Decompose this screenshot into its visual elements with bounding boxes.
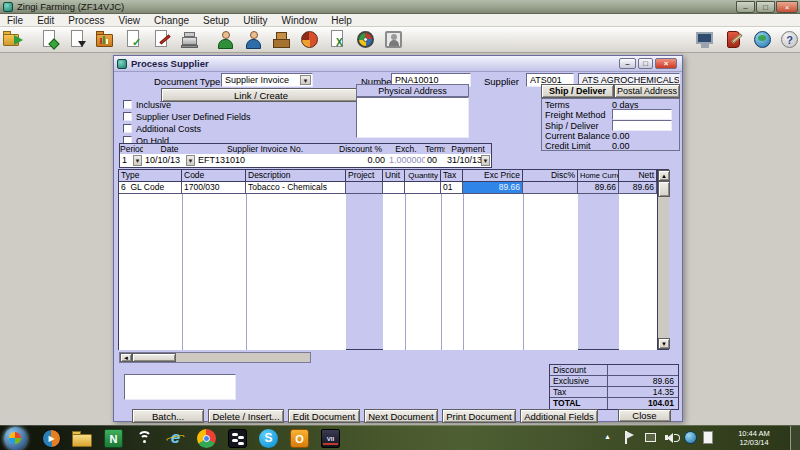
menu-utility[interactable]: Utility [236, 15, 274, 26]
row1-unit[interactable] [383, 182, 405, 194]
date-dropdown-icon[interactable]: ▼ [186, 155, 195, 166]
supplier-green-icon[interactable] [214, 29, 238, 51]
excel-report-icon[interactable]: X [326, 29, 350, 51]
tax-total-value: 14.35 [608, 387, 678, 397]
dialog-close-button[interactable]: × [655, 58, 677, 69]
table-body-white-mid[interactable] [383, 194, 578, 350]
link-create-button[interactable]: Link / Create [161, 88, 361, 102]
close-button[interactable]: × [776, 1, 798, 13]
tray-network-icon[interactable] [684, 431, 697, 444]
invoice-no-field[interactable]: EFT131010 [196, 154, 335, 168]
additional-costs-checkbox[interactable] [123, 124, 132, 133]
row1-type[interactable]: 6 GL Code [119, 182, 182, 194]
batch-button[interactable]: Batch... [132, 409, 204, 423]
additional-fields-button[interactable]: Additional Fields [520, 409, 598, 423]
journal-book-icon[interactable] [723, 29, 747, 51]
row1-code[interactable]: 1700/030 [182, 182, 246, 194]
color-wheel-icon[interactable] [354, 29, 378, 51]
row1-project[interactable] [346, 182, 383, 194]
row1-description[interactable]: Tobacco - Chemicals [246, 182, 346, 194]
stock-boxes-icon[interactable] [270, 29, 294, 51]
outlook-icon[interactable]: O [288, 428, 314, 449]
edit-document-button[interactable]: Edit Document [288, 409, 360, 423]
maximize-button[interactable]: □ [756, 1, 775, 13]
help-icon[interactable]: ? [778, 29, 800, 51]
table-body-white-left[interactable] [119, 194, 346, 350]
horizontal-scroll-thumb[interactable] [132, 353, 176, 362]
supplier-udf-checkbox[interactable] [123, 112, 132, 121]
employee-card-icon[interactable] [382, 29, 406, 51]
tray-doc-icon[interactable] [703, 431, 713, 444]
tray-expand-icon[interactable]: ▲ [604, 433, 611, 440]
freight-method-field[interactable] [612, 109, 672, 120]
inclusive-checkbox[interactable] [123, 100, 132, 109]
horizontal-scrollbar[interactable]: ◄ [119, 352, 311, 363]
cash-register-icon[interactable] [178, 29, 202, 51]
netbanking-n-icon[interactable]: N [102, 428, 128, 449]
user-document-icon[interactable] [38, 29, 62, 51]
document-type-dropdown-icon[interactable]: ▼ [300, 75, 311, 85]
reports-folder-icon[interactable] [94, 29, 118, 51]
payment-due-combo[interactable]: 31/10/13▼ [445, 154, 492, 168]
discount-field[interactable]: 0.00 [334, 154, 388, 168]
vertical-scroll-thumb[interactable] [658, 181, 670, 197]
menu-view[interactable]: View [111, 15, 147, 26]
tray-clock[interactable]: 10:44 AM 12/03/14 [722, 429, 786, 447]
show-desktop-button[interactable] [790, 426, 800, 450]
document-type-combo[interactable]: Supplier Invoice ▼ [221, 73, 313, 87]
menu-help[interactable]: Help [324, 15, 359, 26]
ship-deliver-field[interactable] [612, 120, 672, 131]
menu-process[interactable]: Process [61, 15, 111, 26]
globe-icon[interactable] [751, 29, 775, 51]
file-explorer-icon[interactable] [71, 428, 97, 449]
payment-due-dropdown-icon[interactable]: ▼ [481, 155, 490, 166]
chrome-icon[interactable] [195, 428, 221, 449]
physical-address-box[interactable] [356, 97, 469, 138]
pie-chart-icon[interactable] [298, 29, 322, 51]
skype-icon[interactable]: S [257, 428, 283, 449]
document-import-icon[interactable] [66, 29, 90, 51]
row1-disc[interactable] [523, 182, 578, 194]
close-dialog-button[interactable]: Close [618, 409, 671, 422]
terms-field[interactable]: 00 [425, 154, 446, 168]
dialog-maximize-button[interactable]: □ [638, 58, 653, 69]
scroll-up-icon[interactable]: ▲ [658, 170, 670, 181]
document-edit-icon[interactable] [150, 29, 174, 51]
period-dropdown-icon[interactable]: ▼ [133, 155, 142, 166]
menu-setup[interactable]: Setup [196, 15, 236, 26]
next-document-button[interactable]: Next Document [364, 409, 438, 423]
tray-display-icon[interactable] [645, 433, 656, 442]
menu-window[interactable]: Window [275, 15, 325, 26]
scroll-down-icon[interactable]: ▼ [658, 338, 670, 349]
internet-explorer-icon[interactable]: e [164, 428, 190, 449]
row1-exc-price-selected[interactable]: 89.66 [463, 182, 523, 194]
scroll-left-icon[interactable]: ◄ [120, 353, 132, 362]
workstation-icon[interactable] [694, 29, 718, 51]
date-combo[interactable]: 10/10/13▼ [143, 154, 197, 168]
delete-insert-button[interactable]: Delete / Insert... [208, 409, 284, 423]
table-body-white-right[interactable] [619, 194, 657, 350]
tray-volume-icon[interactable] [665, 432, 677, 444]
document-approve-icon[interactable]: ✓ [122, 29, 146, 51]
row1-quantity[interactable] [405, 182, 441, 194]
dialog-minimize-button[interactable]: – [619, 58, 636, 69]
tab-postal-address[interactable]: Postal Address [614, 84, 680, 98]
note-box[interactable] [124, 374, 236, 400]
tray-flag-icon[interactable] [624, 431, 636, 445]
customer-blue-icon[interactable] [242, 29, 266, 51]
start-button[interactable] [4, 427, 27, 450]
menu-edit[interactable]: Edit [30, 15, 61, 26]
minimize-button[interactable]: – [736, 1, 755, 13]
blackberry-icon[interactable] [226, 428, 252, 449]
vii-app-icon[interactable]: VII [319, 428, 345, 449]
row1-tax[interactable]: 01 [441, 182, 463, 194]
period-combo[interactable]: 1▼ [119, 154, 144, 168]
print-document-button[interactable]: Print Document [442, 409, 516, 423]
menu-file[interactable]: File [0, 15, 30, 26]
menu-change[interactable]: Change [147, 15, 196, 26]
tab-ship-deliver[interactable]: Ship / Deliver [541, 84, 614, 98]
media-player-icon[interactable]: ▶ [40, 428, 66, 449]
vertical-scrollbar[interactable]: ▲ ▼ [657, 170, 669, 349]
export-folder-icon[interactable] [2, 29, 26, 51]
wifi-manager-icon[interactable] [133, 428, 159, 449]
